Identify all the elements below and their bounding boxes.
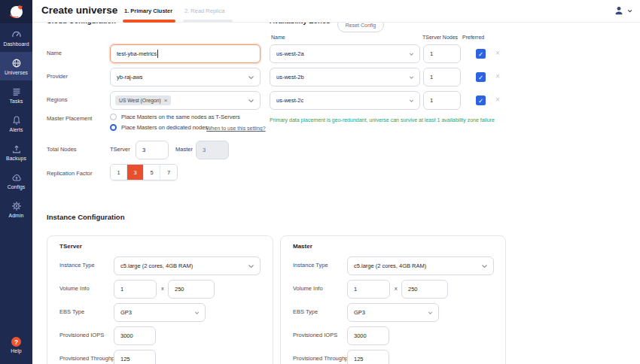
radio-same-label: Place Masters on the same nodes as T-Ser… [121, 114, 240, 120]
user-icon [614, 5, 624, 16]
preferred-checkbox[interactable]: ✓ [476, 96, 486, 105]
sidebar-item-label: Tasks [10, 99, 23, 104]
remove-zone-icon[interactable]: × [495, 50, 500, 57]
sidebar-item-tasks[interactable]: Tasks [0, 80, 32, 109]
az-col-preferred: Preferred [462, 35, 484, 40]
placement-status-message: Primary data placement is geo-redundant,… [270, 117, 495, 123]
yugabyte-logo-icon [8, 3, 26, 21]
tab-primary-cluster[interactable]: 1. Primary Cluster [124, 8, 172, 14]
ebs-type-value: GP3 [120, 309, 132, 316]
az-zone-select[interactable]: us-west-2b [270, 68, 420, 86]
question-icon: ? [11, 337, 21, 347]
tserver-card-title: TServer [59, 243, 82, 250]
volume-count-input[interactable]: 1 [114, 280, 157, 299]
az-node-count-input[interactable]: 1 [423, 68, 461, 86]
preferred-checkbox[interactable]: ✓ [476, 72, 486, 82]
rf-option-3[interactable]: 3 [127, 165, 144, 180]
total-nodes-label: Total Nodes [47, 146, 77, 153]
upload-icon [11, 144, 22, 154]
az-node-count-value: 1 [430, 74, 433, 80]
create-universe-page: Cloud Configuration Name test-yba-metric… [0, 0, 640, 364]
instance-type-select[interactable]: c5.large (2 cores, 4GB RAM) [347, 256, 494, 275]
az-zone-value: us-west-2c [276, 97, 303, 104]
ebs-type-label: EBS Type [59, 308, 84, 315]
volume-count-value: 1 [354, 286, 357, 293]
chevron-down-icon [409, 51, 414, 56]
provisioned-throughput-input[interactable]: 125 [347, 350, 389, 364]
az-zone-select[interactable]: us-west-2a [270, 44, 420, 63]
remove-region-icon[interactable]: × [164, 98, 168, 104]
rf-option-5[interactable]: 5 [144, 165, 160, 180]
rf-option-7[interactable]: 7 [160, 165, 177, 180]
radio-selected-icon [110, 124, 117, 131]
remove-zone-icon[interactable]: × [495, 73, 500, 80]
chevron-down-icon [409, 98, 414, 103]
volume-count-value: 1 [120, 286, 123, 293]
provisioned-iops-input[interactable]: 3000 [114, 326, 156, 345]
name-label: Name [47, 50, 62, 56]
radio-unselected-icon [110, 114, 117, 120]
ebs-type-select[interactable]: GP3 [347, 303, 439, 322]
tserver-card: TServer Instance Type c5.large (2 cores,… [47, 235, 273, 364]
az-node-count-input[interactable]: 1 [423, 44, 461, 63]
az-node-count-value: 1 [430, 97, 433, 104]
sidebar-item-universes[interactable]: Universes [0, 52, 32, 80]
remove-zone-icon[interactable]: × [495, 96, 500, 104]
bell-icon [11, 115, 22, 126]
sidebar-item-label: Dashboard [3, 41, 29, 47]
volume-size-value: 250 [175, 286, 184, 293]
when-to-use-setting-link[interactable]: When to use this setting? [206, 126, 266, 131]
provisioned-throughput-value: 125 [354, 356, 364, 362]
user-menu[interactable] [614, 5, 632, 16]
provisioned-iops-value: 3000 [354, 332, 367, 339]
name-input[interactable]: test-yba-metrics [110, 44, 261, 63]
tab-read-replica[interactable]: 2. Read Replica [184, 8, 224, 14]
provider-select[interactable]: yb-raj-aws [110, 68, 261, 86]
az-node-count-input[interactable]: 1 [423, 91, 461, 110]
globe-icon [11, 58, 22, 68]
provisioned-iops-label: Provisioned IOPS [293, 332, 337, 338]
sidebar-item-alerts[interactable]: Alerts [0, 109, 32, 138]
sidebar-item-admin[interactable]: Admin [0, 195, 32, 223]
ebs-type-value: GP3 [354, 309, 365, 316]
sidebar-item-label: Admin [9, 213, 24, 218]
ebs-type-select[interactable]: GP3 [114, 303, 206, 322]
sidebar-item-dashboard[interactable]: Dashboard [0, 23, 32, 52]
chevron-down-icon [194, 310, 200, 315]
provisioned-iops-label: Provisioned IOPS [59, 332, 104, 338]
instance-type-label: Instance Type [293, 262, 328, 268]
gauge-icon [11, 29, 22, 40]
active-tab-underline [123, 20, 175, 23]
radio-masters-dedicated-nodes[interactable]: Place Masters on dedicated nodes [110, 124, 208, 131]
sidebar-item-configs[interactable]: Configs [0, 166, 32, 195]
sidebar-nav: Dashboard Universes Tasks [0, 0, 32, 364]
instance-type-value: c5.large (2 cores, 4GB RAM) [354, 262, 426, 269]
sidebar-item-help[interactable]: ? Help [0, 329, 32, 361]
rf-option-1[interactable]: 1 [111, 165, 127, 180]
app-logo[interactable] [0, 0, 32, 23]
tserver-count-label: TServer [110, 146, 130, 153]
instance-type-label: Instance Type [59, 262, 95, 268]
sidebar-item-backups[interactable]: Backups [0, 138, 32, 166]
volume-count-input[interactable]: 1 [347, 280, 390, 299]
chevron-down-icon [428, 310, 433, 315]
regions-select[interactable]: US West (Oregon) × [110, 91, 261, 110]
az-zone-select[interactable]: us-west-2c [270, 91, 420, 110]
preferred-checkbox[interactable]: ✓ [476, 49, 486, 59]
volume-info-label: Volume Info [293, 285, 323, 292]
provisioned-throughput-input[interactable]: 125 [114, 350, 156, 364]
inactive-tab-underline [183, 20, 233, 23]
master-count-input: 3 [196, 141, 229, 159]
chevron-down-icon [248, 74, 254, 80]
gear-icon [11, 201, 22, 211]
volume-size-input[interactable]: 250 [401, 280, 448, 299]
radio-masters-same-nodes[interactable]: Place Masters on the same nodes as T-Ser… [110, 114, 240, 120]
main-content: Cloud Configuration Name test-yba-metric… [0, 0, 640, 364]
provisioned-iops-input[interactable]: 3000 [347, 326, 389, 345]
volume-size-input[interactable]: 250 [168, 280, 215, 299]
provisioned-throughput-value: 125 [120, 356, 130, 362]
tserver-count-input[interactable]: 3 [136, 141, 169, 159]
instance-type-select[interactable]: c5.large (2 cores, 4GB RAM) [114, 256, 261, 275]
tserver-count-value: 3 [142, 147, 145, 153]
cloud-icon [11, 172, 22, 183]
